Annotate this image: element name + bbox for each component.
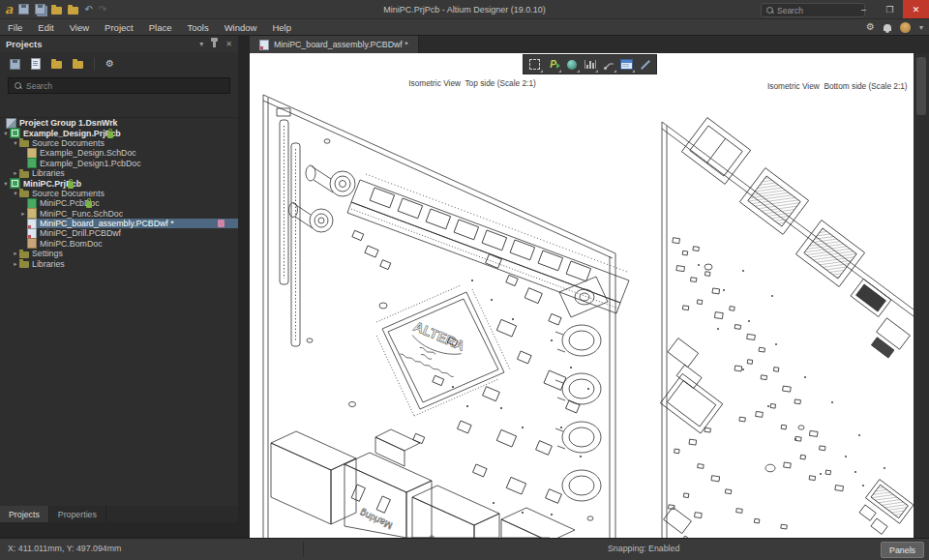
menu-edit[interactable]: Edit xyxy=(30,22,61,33)
tree-item-document[interactable]: Example_Design.SchDoc xyxy=(0,148,238,158)
tree-item-folder[interactable]: ▾ Source Documents xyxy=(0,138,238,148)
snapping-status: Snapping: Enabled xyxy=(608,544,679,553)
menu-project[interactable]: Project xyxy=(97,22,141,33)
expand-arrow-icon[interactable]: ▸ xyxy=(12,260,19,268)
lock-icon xyxy=(107,132,113,138)
pcb-project-icon xyxy=(10,128,20,138)
open-project-icon[interactable] xyxy=(68,7,78,15)
close-button[interactable]: ✕ xyxy=(903,0,929,18)
undo-icon[interactable]: ↶ xyxy=(84,5,92,15)
tree-item-folder[interactable]: ▸ Settings xyxy=(0,249,238,258)
expand-arrow-icon[interactable]: ▾ xyxy=(12,190,19,197)
altium-designer-window: { "window": { "title": "MiniPC.PrjPcb - … xyxy=(0,0,929,560)
place-view-icon: P xyxy=(550,59,556,70)
tree-item-document[interactable]: MiniPC_Drill.PCBDwf xyxy=(0,228,238,238)
draftsman-doc-icon xyxy=(259,40,269,50)
menu-window[interactable]: Window xyxy=(217,22,265,33)
bom-doc-icon xyxy=(27,238,37,249)
pcb-doc-icon xyxy=(27,198,37,209)
dropdown-caret-icon[interactable]: ▾ xyxy=(919,23,923,32)
toolbar-separator xyxy=(94,57,95,71)
expand-arrow-icon[interactable]: ▾ xyxy=(12,139,19,147)
projects-search-input[interactable]: Search xyxy=(8,77,230,94)
open-icon[interactable] xyxy=(51,7,62,15)
expand-arrow-icon[interactable]: ▾ xyxy=(2,130,10,137)
notifications-bell-icon[interactable] xyxy=(884,24,891,31)
tree-item-project[interactable]: ▾ MiniPC.PrjPcb xyxy=(0,178,238,188)
menu-bar: File Edit View Project Place Tools Windo… xyxy=(0,19,929,36)
menu-tools[interactable]: Tools xyxy=(179,22,216,33)
panel-close-icon[interactable]: ✕ xyxy=(225,40,232,48)
save-icon[interactable] xyxy=(18,4,29,15)
sphere-icon xyxy=(567,60,577,70)
draftsman-doc-icon xyxy=(27,219,37,229)
expand-arrow-icon[interactable]: ▸ xyxy=(12,250,19,257)
tree-item-project[interactable]: ▾ Example_Design.PrjPcb xyxy=(0,128,238,137)
workspace-icon xyxy=(6,118,16,129)
folder-icon xyxy=(19,191,29,197)
quick-access-toolbar: a ↶ ↷ xyxy=(0,3,106,15)
panel-dropdown-icon[interactable]: ▾ xyxy=(199,40,203,48)
minimize-button[interactable]: – xyxy=(851,0,877,18)
place-board-view-button[interactable] xyxy=(527,57,543,73)
bom-table-icon xyxy=(620,59,633,70)
place-drill-table-button[interactable] xyxy=(583,57,598,73)
canvas-scrollbar[interactable] xyxy=(914,53,929,538)
callout-icon xyxy=(603,59,614,71)
maximize-button[interactable]: ❐ xyxy=(877,0,903,18)
altium-logo[interactable]: a xyxy=(5,3,13,15)
scrollbar-thumb[interactable] xyxy=(916,57,926,115)
save-icon[interactable] xyxy=(10,59,20,70)
expand-arrow-icon[interactable]: ▸ xyxy=(19,210,27,218)
place-bom-table-button[interactable] xyxy=(619,57,635,73)
projects-panel-toolbar: ⚙ xyxy=(0,52,238,75)
tree-item-document[interactable]: Example_Design1.PcbDoc xyxy=(0,159,238,168)
line-icon xyxy=(641,60,650,70)
menu-help[interactable]: Help xyxy=(264,22,299,33)
projects-panel-header: Projects ▾ ✕ xyxy=(0,36,238,52)
place-additional-view-button[interactable]: P xyxy=(546,57,561,73)
place-callout-button[interactable] xyxy=(601,57,616,73)
tree-item-document-selected[interactable]: MiniPC_board_assembly.PCBDwf * xyxy=(0,219,238,228)
account-area: ⚙ ▾ xyxy=(866,19,923,35)
place-isometric-view-button[interactable] xyxy=(564,57,580,73)
menu-view[interactable]: View xyxy=(62,22,97,33)
tree-item-workspace[interactable]: Project Group 1.DsnWrk xyxy=(0,118,238,128)
tree-item-document[interactable]: MiniPC.PcbDoc xyxy=(0,198,238,208)
place-line-button[interactable] xyxy=(638,57,653,73)
expand-arrow-icon[interactable]: ▾ xyxy=(2,180,10,188)
open-folder-icon[interactable] xyxy=(51,61,62,69)
tree-item-folder[interactable]: ▾ Source Documents xyxy=(0,189,238,198)
panel-bottom-tabs: Projects Properties xyxy=(0,506,238,522)
document-tab-active[interactable]: MiniPC_board_assembly.PCBDwf * xyxy=(250,36,419,53)
panels-button[interactable]: Panels xyxy=(881,542,924,558)
compile-icon[interactable] xyxy=(31,58,41,70)
global-search-input[interactable]: Search xyxy=(761,3,865,17)
pin-icon[interactable] xyxy=(213,41,216,47)
panel-title: Projects xyxy=(6,39,199,49)
folder-icon xyxy=(19,251,29,258)
pcb-doc-icon xyxy=(27,158,37,168)
draftsman-doc-icon xyxy=(27,228,37,239)
tab-properties[interactable]: Properties xyxy=(49,506,106,522)
drawing-canvas[interactable]: P Isometric View Top side (Scale 2:1) Is… xyxy=(250,53,929,538)
user-avatar[interactable] xyxy=(900,22,911,33)
tree-item-document[interactable]: ▸ MiniPC_Func.SchDoc xyxy=(0,209,238,219)
tree-item-folder[interactable]: ▸ Libraries xyxy=(0,258,238,268)
document-tab-bar: MiniPC_board_assembly.PCBDwf * xyxy=(250,36,929,53)
gear-icon[interactable]: ⚙ xyxy=(866,22,875,32)
tree-item-folder[interactable]: ▸ Libraries xyxy=(0,168,238,178)
redo-icon[interactable]: ↷ xyxy=(99,5,106,15)
tree-item-document[interactable]: MiniPC.BomDoc xyxy=(0,239,238,249)
save-all-icon[interactable] xyxy=(35,4,45,15)
bottom-side-view-label: Isometric View Bottom side (Scale 2:1) xyxy=(767,81,903,91)
cursor-coordinates: X: 411.011mm, Y: 497.094mm xyxy=(8,544,121,553)
menu-place[interactable]: Place xyxy=(141,22,180,33)
schematic-doc-icon xyxy=(27,208,37,219)
expand-arrow-icon[interactable]: ▸ xyxy=(12,169,19,177)
lock-icon xyxy=(68,182,74,189)
menu-file[interactable]: File xyxy=(0,22,30,33)
add-folder-icon[interactable] xyxy=(73,61,83,69)
tab-projects[interactable]: Projects xyxy=(0,506,49,522)
settings-icon[interactable]: ⚙ xyxy=(105,59,114,69)
